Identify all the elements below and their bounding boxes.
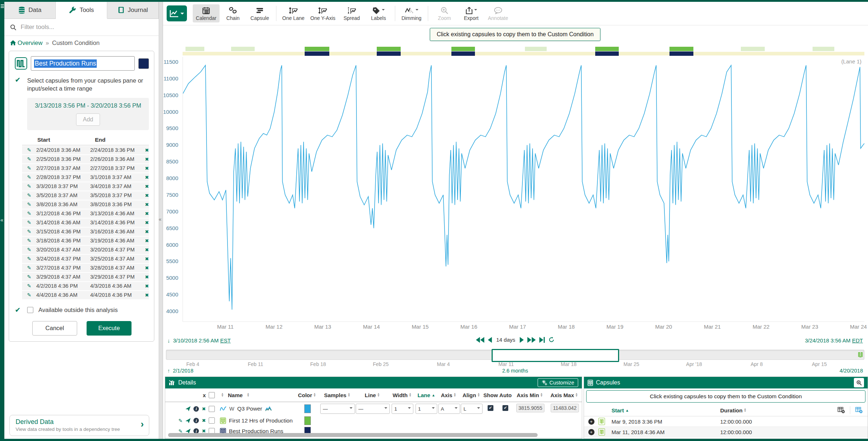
toolbar-dimming[interactable]: Dimming <box>398 4 425 22</box>
pin-icon[interactable] <box>185 406 191 411</box>
display-range-end[interactable]: 3/24/2018 3:56 AM <box>805 337 851 344</box>
info-icon[interactable]: i <box>193 418 199 423</box>
column-name[interactable]: Name <box>228 392 243 398</box>
pin-icon[interactable] <box>185 418 191 423</box>
capsule-segment-dimmed[interactable] <box>525 47 547 51</box>
home-icon[interactable] <box>10 40 16 46</box>
select-all-checkbox[interactable] <box>209 392 215 398</box>
step-forward-half-icon[interactable] <box>519 337 523 343</box>
column-auto[interactable]: Auto <box>498 392 513 398</box>
collapse-left-icon[interactable]: « <box>0 217 3 223</box>
q3-power-trend-line[interactable] <box>183 65 864 309</box>
delete-icon[interactable]: ✖ <box>141 274 149 280</box>
remove-item-icon[interactable]: ✖ <box>202 418 206 423</box>
edit-icon[interactable]: ✎ <box>22 201 36 207</box>
axis-max-input[interactable]: 11483.042 <box>551 404 579 412</box>
capsule-segment-custom-condition[interactable] <box>451 51 475 56</box>
cancel-button[interactable]: Cancel <box>32 321 77 336</box>
capsule-segment-dimmed[interactable] <box>741 47 765 51</box>
axis-select[interactable]: A <box>438 404 460 414</box>
edit-icon[interactable]: ✎ <box>22 156 36 162</box>
sort-icon[interactable]: ▲▼ <box>409 393 412 397</box>
edit-icon[interactable]: ✎ <box>22 211 36 216</box>
toolbar-calendar[interactable]: Calendar <box>193 4 220 22</box>
capsule-segment-best[interactable] <box>451 47 475 51</box>
breadcrumb-overview-link[interactable]: Overview <box>18 39 43 46</box>
y-axis[interactable]: 1150011000105001000095009000850080007500… <box>162 57 180 321</box>
column-axis-max[interactable]: Axis Max <box>550 392 574 398</box>
axis-min-input[interactable]: 3815.9055 <box>516 404 544 412</box>
edit-icon[interactable]: ✎ <box>22 247 36 253</box>
sort-icon[interactable]: ▲▼ <box>540 393 543 397</box>
width-select[interactable]: 1 <box>392 404 413 414</box>
trend-plot[interactable] <box>183 57 864 322</box>
edit-icon[interactable]: ✎ <box>22 256 36 262</box>
delete-icon[interactable]: ✖ <box>141 202 149 207</box>
custom-condition-bar[interactable] <box>183 52 864 55</box>
capsule-segment-custom-condition[interactable] <box>377 51 401 56</box>
column-start[interactable]: Start <box>612 407 624 413</box>
sort-icon[interactable]: ▲▼ <box>247 393 250 397</box>
item-name[interactable]: Q3 Power <box>237 405 262 412</box>
add-stat-column-icon[interactable] <box>855 407 863 413</box>
delete-icon[interactable]: ✖ <box>141 283 149 289</box>
delete-icon[interactable]: ✖ <box>141 147 149 153</box>
delete-icon[interactable]: ✖ <box>141 265 149 271</box>
collapse-sidebar-icon[interactable]: « <box>159 216 162 222</box>
item-name[interactable]: First 12 Hrs of Production <box>229 417 293 424</box>
add-button[interactable]: Add <box>76 113 100 126</box>
edit-icon[interactable]: ✎ <box>22 147 36 153</box>
delete-icon[interactable]: ✖ <box>141 256 149 262</box>
sort-icon[interactable]: ▲▼ <box>313 393 316 397</box>
samples-select[interactable]: — <box>320 404 355 414</box>
details-row-first-12-hrs[interactable]: ✎ i ✖ First 12 Hrs of Production <box>165 415 582 426</box>
hamburger-menu-icon[interactable] <box>1 4 4 9</box>
sort-icon[interactable]: ▲▼ <box>221 393 224 397</box>
capsule-segment-dimmed[interactable] <box>185 47 205 51</box>
condition-color-swatch[interactable] <box>138 58 149 69</box>
toolbar-export[interactable]: Export <box>458 4 485 22</box>
scrubber-selection-window[interactable] <box>492 349 619 362</box>
available-outside-checkbox[interactable] <box>27 307 33 313</box>
sort-icon[interactable]: ▲▼ <box>744 408 747 412</box>
column-color[interactable]: Color <box>298 392 312 398</box>
edit-icon[interactable]: ✎ <box>22 165 36 171</box>
column-axis[interactable]: Axis <box>441 392 452 398</box>
capsule-row[interactable]: + Mar 11, 2018 4:36 AM 12:00:00.000 <box>584 427 868 437</box>
sort-icon[interactable]: ▲▼ <box>575 393 578 397</box>
column-line[interactable]: Line <box>365 392 376 398</box>
x-axis[interactable]: Mar 11Mar 12Mar 13Mar 14Mar 15Mar 16Mar … <box>183 324 864 332</box>
toolbar-spread[interactable]: Spread <box>338 4 365 22</box>
capsule-row[interactable]: + Mar 9, 2018 3:36 PM 12:00:00.000 <box>584 416 868 427</box>
sort-icon[interactable]: ▲▼ <box>347 393 350 397</box>
capsule-segment-custom-condition[interactable] <box>595 51 619 56</box>
refresh-icon[interactable] <box>548 337 554 343</box>
edit-icon[interactable]: ✎ <box>22 265 36 271</box>
timezone-end[interactable]: EDT <box>852 337 863 344</box>
capsule-segment-dimmed[interactable] <box>231 47 255 51</box>
delete-icon[interactable]: ✖ <box>141 166 149 171</box>
edit-icon[interactable]: ✎ <box>22 283 36 289</box>
capsule-segment-best[interactable] <box>377 47 401 51</box>
timezone-start[interactable]: EST <box>220 337 231 344</box>
lane-select[interactable]: 1 <box>416 404 437 414</box>
edit-icon[interactable]: ✎ <box>22 174 36 180</box>
scrubber-track[interactable] <box>166 350 864 360</box>
line-select[interactable]: — <box>356 404 390 414</box>
toolbar-labels[interactable]: Labels <box>365 4 392 22</box>
derived-data-card[interactable]: Derived Data View data created by tools … <box>9 415 149 436</box>
customize-button[interactable]: Customize <box>538 378 579 387</box>
sort-icon[interactable]: ▲▼ <box>454 393 456 397</box>
tab-data[interactable]: Data <box>4 2 56 18</box>
range-end[interactable]: 3/20/2018 3:56 PM <box>91 102 141 109</box>
capsule-segment-best[interactable] <box>669 47 693 51</box>
sidebar-resize-gutter[interactable]: « <box>159 2 163 439</box>
color-swatch[interactable] <box>304 404 311 413</box>
step-back-half-icon[interactable] <box>488 337 492 343</box>
horizontal-scrollbar[interactable] <box>168 433 538 437</box>
sort-icon[interactable]: ▲▼ <box>377 393 380 397</box>
capsule-segment-custom-condition[interactable] <box>669 51 693 56</box>
edit-icon[interactable]: ✎ <box>22 274 36 280</box>
condition-name-input[interactable]: Best Production Runs <box>31 56 135 71</box>
color-swatch[interactable] <box>304 416 311 425</box>
